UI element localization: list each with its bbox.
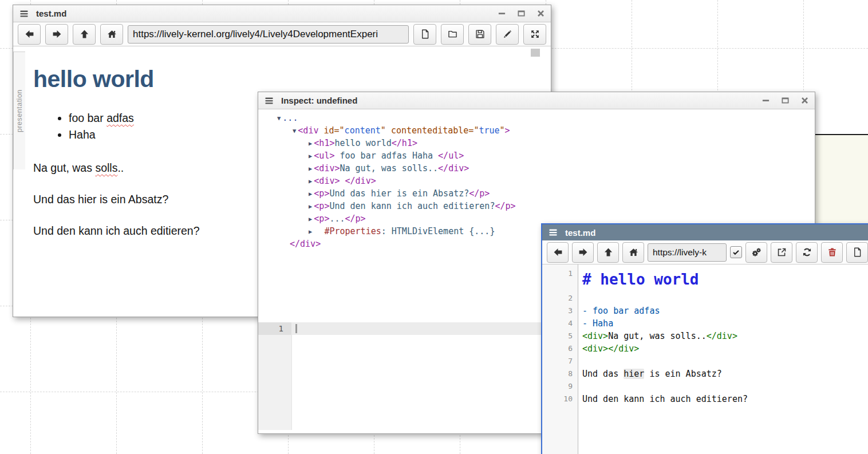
token-arr: ▶ — [309, 228, 312, 235]
gears-icon — [752, 247, 762, 257]
line-number: 10 — [542, 393, 578, 405]
forward-button[interactable] — [45, 24, 68, 45]
line-number: 7 — [542, 355, 578, 368]
misspelled-word: adfas — [106, 112, 134, 124]
code-line[interactable]: 3- foo bar adfas — [542, 305, 868, 317]
lively-desktop: test.md presentation hello world foo bar… — [0, 0, 868, 454]
token-tag: > — [505, 125, 510, 136]
new-file-button[interactable] — [413, 24, 436, 45]
open-external-button[interactable] — [771, 242, 792, 263]
token-plain: is ein Absatz? — [644, 369, 721, 379]
code-line[interactable]: 6<div></div> — [542, 342, 868, 355]
token-arr: ▶ — [309, 165, 312, 172]
arrow-up-icon — [80, 29, 89, 39]
window-menu-icon[interactable] — [264, 96, 274, 105]
maximize-icon[interactable] — [517, 9, 526, 18]
home-button[interactable] — [622, 242, 644, 263]
token-tag: <h1> — [314, 138, 334, 148]
edit-button[interactable] — [496, 24, 519, 45]
token-text: ... — [329, 214, 345, 224]
code-line[interactable]: 7 — [542, 355, 868, 368]
save-button[interactable] — [468, 24, 491, 45]
token-prop: #Properties — [324, 226, 381, 236]
dom-tree-node[interactable]: ▶<div>Na gut, was solls..</div> — [258, 162, 815, 175]
home-icon — [107, 29, 117, 39]
code-line-content[interactable]: - foo bar adfas — [578, 305, 660, 317]
token-q: " — [340, 125, 345, 136]
new-file-button[interactable] — [846, 242, 868, 263]
token-arr: ▼ — [293, 127, 296, 134]
token-tag: </div> — [290, 239, 321, 249]
dom-tree-node[interactable]: ▼... — [258, 112, 815, 124]
token-arr: ▶ — [309, 203, 312, 210]
presentation-side-tab[interactable]: presentation — [13, 52, 25, 169]
url-input[interactable] — [128, 25, 409, 44]
back-button[interactable] — [18, 24, 41, 45]
refresh-button[interactable] — [796, 242, 818, 263]
window-titlebar[interactable]: test.md — [13, 5, 551, 22]
dom-tree-node[interactable]: ▶<ul> foo bar adfas Haha </ul> — [258, 149, 815, 162]
code-line-content[interactable]: Und den kann ich auch editieren? — [578, 393, 748, 405]
code-line-content[interactable]: - Haha — [578, 317, 613, 330]
token-arr: ▶ — [309, 215, 312, 222]
window-title: test.md — [36, 9, 66, 18]
line-number: 1 — [542, 267, 578, 280]
pencil-icon — [503, 29, 512, 39]
window-menu-icon[interactable] — [548, 228, 558, 237]
line-number: 3 — [542, 305, 578, 317]
code-line-content[interactable]: # hello world — [578, 267, 699, 292]
maximize-icon[interactable] — [781, 96, 790, 105]
token-tag: <div></div> — [582, 344, 639, 354]
delete-button[interactable] — [821, 242, 843, 263]
code-line-content[interactable]: <div>Na gut, was solls..</div> — [578, 330, 737, 342]
up-button[interactable] — [597, 242, 619, 263]
window-titlebar[interactable]: Inspect: undefined — [258, 92, 815, 109]
minimize-icon[interactable] — [762, 96, 770, 105]
token-list: - Haha — [582, 318, 613, 329]
token-tag: <p> — [314, 201, 329, 211]
token-hl: hier — [624, 369, 644, 379]
code-line-content[interactable]: Und das hier is ein Absatz? — [578, 368, 722, 380]
close-icon[interactable] — [800, 96, 809, 105]
token-tag: </ul> — [438, 151, 464, 161]
close-icon[interactable] — [536, 9, 545, 18]
dom-tree-node[interactable]: ▶<h1>hello world</h1> — [258, 137, 815, 149]
expand-button[interactable] — [523, 24, 546, 45]
token-text: hello world — [334, 138, 391, 148]
window-title: test.md — [565, 228, 595, 238]
home-button[interactable] — [100, 24, 123, 45]
line-number: 6 — [542, 342, 578, 355]
checked-checkbox[interactable] — [730, 246, 742, 258]
window-menu-icon[interactable] — [19, 9, 29, 18]
back-button[interactable] — [547, 242, 569, 263]
forward-button[interactable] — [572, 242, 594, 263]
code-line-content[interactable]: <div></div> — [578, 342, 639, 355]
browser-toolbar — [13, 22, 551, 46]
save-icon — [475, 29, 485, 39]
token-tag: </p> — [345, 214, 366, 224]
token-text: : HTMLDivElement {...} — [381, 226, 495, 236]
token-val: true — [479, 125, 499, 136]
source-code-editor[interactable]: 1# hello world23- foo bar adfas4- Haha5<… — [542, 264, 868, 454]
code-line[interactable]: 8Und das hier is ein Absatz? — [542, 368, 868, 380]
token-tag: <div> — [582, 331, 608, 341]
url-input[interactable] — [648, 243, 727, 262]
misspelled-word: solls — [95, 161, 117, 174]
settings-button[interactable] — [745, 242, 767, 263]
scrollbar-thumb[interactable] — [531, 49, 540, 57]
dom-tree-node[interactable]: ▶<p>Und den kann ich auch editieren?</p> — [258, 200, 815, 212]
open-folder-button[interactable] — [441, 24, 464, 45]
window-titlebar[interactable]: test.md — [542, 224, 868, 240]
dom-tree-node[interactable]: ▼<div id="content" contenteditable="true… — [258, 124, 815, 137]
code-line[interactable]: 4- Haha — [542, 317, 868, 330]
code-line[interactable]: 2 — [542, 292, 868, 305]
minimize-icon[interactable] — [498, 9, 506, 18]
up-button[interactable] — [73, 24, 96, 45]
code-line[interactable]: 10Und den kann ich auch editieren? — [542, 393, 868, 405]
window-markdown-editor: test.md 1# hello world23- foo bar adfas4… — [541, 223, 868, 454]
dom-tree-node[interactable]: ▶<p>Und das hier is ein Absatz?</p> — [258, 187, 815, 200]
code-line[interactable]: 5<div>Na gut, was solls..</div> — [542, 330, 868, 342]
code-line[interactable]: 1# hello world — [542, 267, 868, 292]
code-line[interactable]: 9 — [542, 380, 868, 393]
dom-tree-node[interactable]: ▶<div> </div> — [258, 175, 815, 187]
